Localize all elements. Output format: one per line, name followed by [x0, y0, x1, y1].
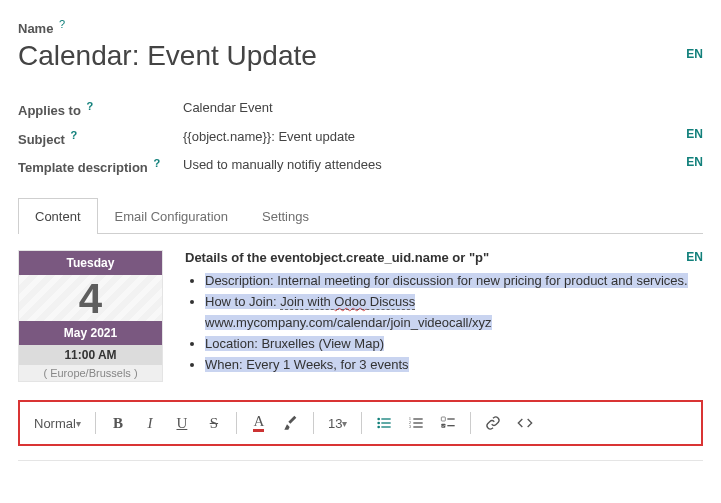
calendar-day: 4: [19, 275, 162, 321]
template-desc-label: Template description: [18, 160, 148, 175]
link-icon: [485, 415, 501, 431]
svg-text:3: 3: [409, 425, 412, 430]
tab-settings[interactable]: Settings: [245, 198, 326, 234]
tabs: Content Email Configuration Settings: [18, 197, 703, 234]
calendar-monthyear: May 2021: [19, 321, 162, 345]
calendar-preview: Tuesday 4 May 2021 11:00 AM ( Europe/Bru…: [18, 250, 163, 382]
lang-badge[interactable]: EN: [686, 127, 703, 141]
lang-badge[interactable]: EN: [686, 155, 703, 169]
detail-item-description: Description: Internal meeting for discus…: [205, 271, 703, 292]
toolbar-highlight-button[interactable]: [277, 408, 305, 438]
svg-rect-6: [414, 419, 423, 420]
toolbar-ordered-list-button[interactable]: 123: [402, 408, 430, 438]
brush-icon: [283, 415, 299, 431]
template-desc-value[interactable]: Used to manually notifiy attendees: [183, 157, 382, 172]
lang-badge[interactable]: EN: [686, 47, 703, 61]
toolbar-insert-link-button[interactable]: [479, 408, 507, 438]
toolbar-underline-button[interactable]: U: [168, 408, 196, 438]
svg-point-4: [378, 426, 381, 429]
code-icon: [517, 415, 533, 431]
applies-to-label: Applies to: [18, 104, 81, 119]
details-heading: Details of the eventobject.create_uid.na…: [185, 250, 703, 265]
subject-label: Subject: [18, 132, 65, 147]
help-icon[interactable]: ?: [59, 18, 65, 30]
numbered-list-icon: 123: [408, 415, 424, 431]
toolbar-text-color-button[interactable]: A: [245, 408, 273, 438]
calendar-time: 11:00 AM: [19, 345, 162, 365]
toolbar-italic-button[interactable]: I: [136, 408, 164, 438]
applies-to-value[interactable]: Calendar Event: [183, 100, 273, 115]
detail-item-when: When: Every 1 Weeks, for 3 events: [205, 355, 703, 376]
name-value[interactable]: Calendar: Event Update: [18, 40, 663, 72]
svg-rect-14: [448, 419, 455, 420]
bullet-list-icon: [376, 415, 392, 431]
detail-item-howto: How to Join: Join with Odoo Discuss www.…: [205, 292, 703, 334]
toolbar-checklist-button[interactable]: [434, 408, 462, 438]
editor-toolbar: Normal B I U S A 13 123: [20, 402, 701, 444]
checklist-icon: [440, 415, 456, 431]
svg-rect-8: [414, 427, 423, 428]
svg-rect-13: [442, 424, 446, 428]
subject-value[interactable]: {{object.name}}: Event update: [183, 129, 355, 144]
toolbar-bold-button[interactable]: B: [104, 408, 132, 438]
help-icon[interactable]: ?: [86, 100, 93, 112]
toolbar-style-dropdown[interactable]: Normal: [28, 408, 87, 438]
editor-body[interactable]: EN Details of the eventobject.create_uid…: [185, 250, 703, 375]
svg-rect-3: [382, 423, 391, 424]
svg-rect-1: [382, 419, 391, 420]
help-icon[interactable]: ?: [153, 157, 160, 169]
svg-point-0: [378, 418, 381, 421]
help-icon[interactable]: ?: [71, 129, 78, 141]
svg-rect-15: [448, 425, 455, 426]
svg-rect-5: [382, 427, 391, 428]
toolbar-strike-button[interactable]: S: [200, 408, 228, 438]
name-label: Name: [18, 21, 53, 36]
lang-badge[interactable]: EN: [686, 250, 703, 264]
toolbar-code-view-button[interactable]: [511, 408, 539, 438]
detail-item-location: Location: Bruxelles (View Map): [205, 334, 703, 355]
tab-content[interactable]: Content: [18, 198, 98, 234]
svg-rect-12: [442, 417, 446, 421]
calendar-timezone: ( Europe/Brussels ): [19, 365, 162, 381]
svg-rect-7: [414, 423, 423, 424]
toolbar-unordered-list-button[interactable]: [370, 408, 398, 438]
toolbar-font-size-dropdown[interactable]: 13: [322, 408, 353, 438]
tab-email-configuration[interactable]: Email Configuration: [98, 198, 245, 234]
svg-point-2: [378, 422, 381, 425]
calendar-dow: Tuesday: [19, 251, 162, 275]
